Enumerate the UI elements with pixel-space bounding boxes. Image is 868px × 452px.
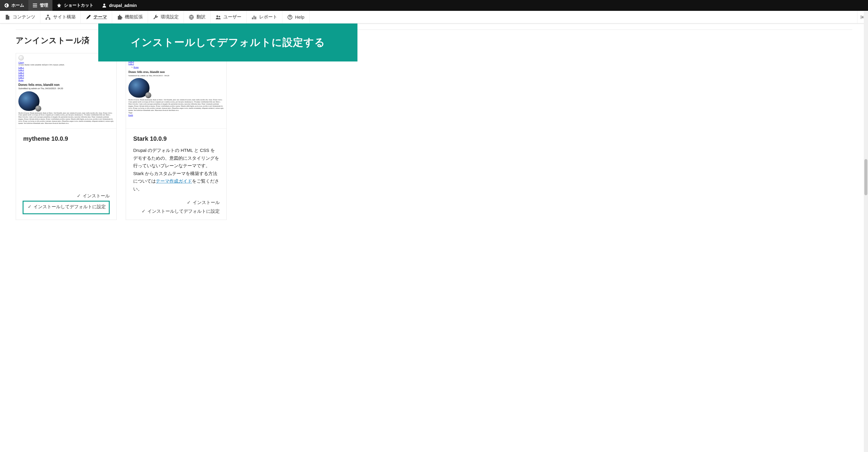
scrollbar-thumb[interactable] bbox=[864, 159, 867, 195]
home-label: ホーム bbox=[11, 3, 24, 8]
check-icon: ✓ bbox=[187, 200, 191, 205]
menu-reports[interactable]: レポート bbox=[247, 11, 282, 23]
menu-structure[interactable]: サイト構築 bbox=[40, 11, 81, 23]
user-icon bbox=[102, 3, 107, 8]
manage-label: 管理 bbox=[40, 3, 48, 8]
earth-image-icon bbox=[128, 78, 150, 98]
menu-help[interactable]: Help bbox=[282, 11, 310, 23]
theme-description: Drupal のデフォルトの HTML と CSS をデモするための、意図的にス… bbox=[133, 147, 219, 193]
manage-toggle[interactable]: 管理 bbox=[28, 0, 53, 11]
star-icon bbox=[57, 3, 61, 8]
theme-cards: Classy A base theme with sensible defaul… bbox=[16, 53, 852, 220]
scrollbar[interactable] bbox=[864, 11, 868, 238]
annotation-banner: インストールしてデフォルトに設定する bbox=[98, 24, 358, 62]
theme-actions: ✓インストール ✓インストールしてデフォルトに設定 bbox=[126, 196, 226, 220]
preview-theme-name: Classy bbox=[19, 61, 114, 64]
theme-guide-link[interactable]: テーマ作成ガイド bbox=[156, 179, 192, 184]
user-menu[interactable]: drupal_admin bbox=[98, 0, 141, 11]
svg-point-0 bbox=[4, 3, 9, 7]
svg-point-12 bbox=[290, 18, 290, 19]
shortcuts-label: ショートカット bbox=[64, 3, 93, 8]
theme-preview: Classy A base theme with sensible defaul… bbox=[16, 53, 116, 129]
install-default-link[interactable]: ✓インストールしてデフォルトに設定 bbox=[133, 208, 220, 214]
check-icon: ✓ bbox=[77, 193, 81, 198]
structure-icon bbox=[45, 14, 51, 20]
svg-rect-3 bbox=[45, 19, 47, 20]
earth-image-icon bbox=[19, 91, 39, 111]
svg-rect-2 bbox=[47, 15, 49, 16]
help-icon bbox=[287, 14, 293, 20]
menu-content[interactable]: コンテンツ bbox=[0, 11, 40, 23]
menu-extend[interactable]: 機能拡張 bbox=[112, 11, 148, 23]
theme-actions: ✓インストール ✓インストールしてデフォルトに設定 bbox=[16, 189, 116, 220]
svg-rect-8 bbox=[252, 18, 253, 19]
globe-icon bbox=[189, 14, 194, 20]
menu-config[interactable]: 環境設定 bbox=[148, 11, 184, 23]
svg-rect-9 bbox=[254, 16, 255, 19]
back-to-site[interactable]: ホーム bbox=[0, 0, 28, 11]
svg-rect-10 bbox=[255, 17, 256, 19]
menu-people[interactable]: ユーザー bbox=[211, 11, 247, 23]
install-default-link[interactable]: ✓インストールしてデフォルトに設定 bbox=[27, 204, 106, 210]
file-icon bbox=[5, 14, 10, 20]
svg-point-1 bbox=[103, 4, 105, 5]
menu-translate[interactable]: 翻訳 bbox=[184, 11, 211, 23]
theme-title: mytheme 10.0.9 bbox=[23, 135, 109, 142]
user-label: drupal_admin bbox=[109, 3, 137, 8]
wrench-icon bbox=[153, 14, 158, 20]
admin-menu: コンテンツ サイト構築 テーマ 機能拡張 環境設定 翻訳 ユーザー レポート H… bbox=[0, 11, 868, 24]
svg-rect-4 bbox=[49, 19, 50, 20]
highlighted-action: ✓インストールしてデフォルトに設定 bbox=[23, 201, 110, 214]
menu-appearance[interactable]: テーマ bbox=[81, 11, 112, 23]
brush-icon bbox=[86, 14, 91, 20]
hamburger-icon bbox=[33, 3, 37, 8]
classy-logo-icon bbox=[19, 55, 24, 61]
page-content: インストールしてデフォルトに設定する アンインストール済 Classy A ba… bbox=[0, 24, 868, 238]
puzzle-icon bbox=[117, 14, 122, 20]
svg-point-7 bbox=[219, 16, 220, 17]
theme-card: Classy A base theme with sensible defaul… bbox=[16, 53, 117, 220]
install-link[interactable]: ✓インストール bbox=[133, 200, 220, 205]
svg-point-6 bbox=[216, 15, 218, 17]
back-icon bbox=[4, 3, 9, 8]
chart-icon bbox=[251, 14, 257, 20]
check-icon: ✓ bbox=[142, 208, 146, 214]
shortcuts-toggle[interactable]: ショートカット bbox=[53, 0, 98, 11]
theme-card: Link 2 Link 3 Link 4 Link 5 1. Home Done… bbox=[126, 53, 227, 220]
people-icon bbox=[216, 14, 221, 20]
check-icon: ✓ bbox=[28, 204, 32, 209]
preview-theme-desc: A base theme with sensible default CSS c… bbox=[19, 64, 114, 66]
install-link[interactable]: ✓インストール bbox=[23, 193, 110, 199]
toolbar-top: ホーム 管理 ショートカット drupal_admin bbox=[0, 0, 868, 11]
theme-title: Stark 10.0.9 bbox=[133, 135, 219, 142]
theme-preview: Link 2 Link 3 Link 4 Link 5 1. Home Done… bbox=[126, 53, 226, 129]
